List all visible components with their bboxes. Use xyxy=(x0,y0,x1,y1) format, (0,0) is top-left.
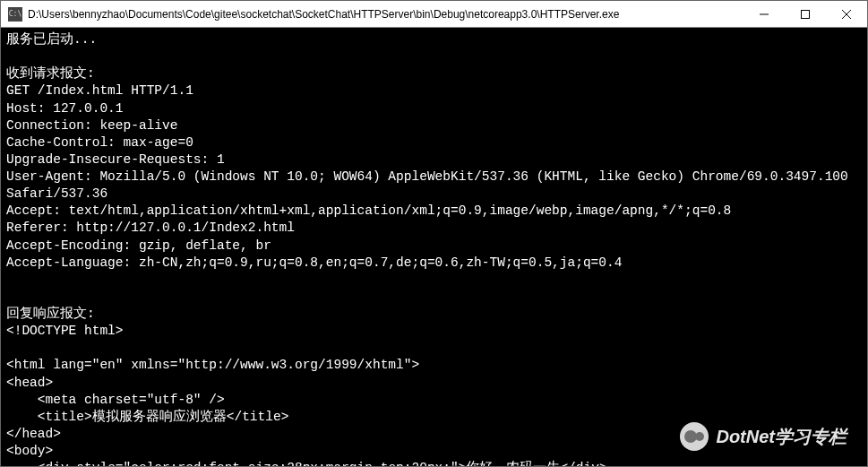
close-button[interactable] xyxy=(826,1,867,27)
watermark-text: DotNet学习专栏 xyxy=(716,425,847,449)
maximize-icon xyxy=(801,10,810,19)
console-output: 服务已启动... 收到请求报文: GET /Index.html HTTP/1.… xyxy=(1,28,867,466)
window-controls xyxy=(743,1,867,27)
window-title: D:\Users\bennyzhao\Documents\Code\gitee\… xyxy=(28,8,743,21)
minimize-icon xyxy=(760,10,769,19)
titlebar[interactable]: C:\ D:\Users\bennyzhao\Documents\Code\gi… xyxy=(1,1,867,28)
watermark: DotNet学习专栏 xyxy=(680,422,847,451)
maximize-button[interactable] xyxy=(785,1,826,27)
close-icon xyxy=(842,10,851,19)
wechat-icon xyxy=(680,422,709,451)
svg-rect-1 xyxy=(802,10,810,18)
app-window: C:\ D:\Users\bennyzhao\Documents\Code\gi… xyxy=(0,0,868,467)
app-icon: C:\ xyxy=(8,7,22,22)
minimize-button[interactable] xyxy=(743,1,785,27)
